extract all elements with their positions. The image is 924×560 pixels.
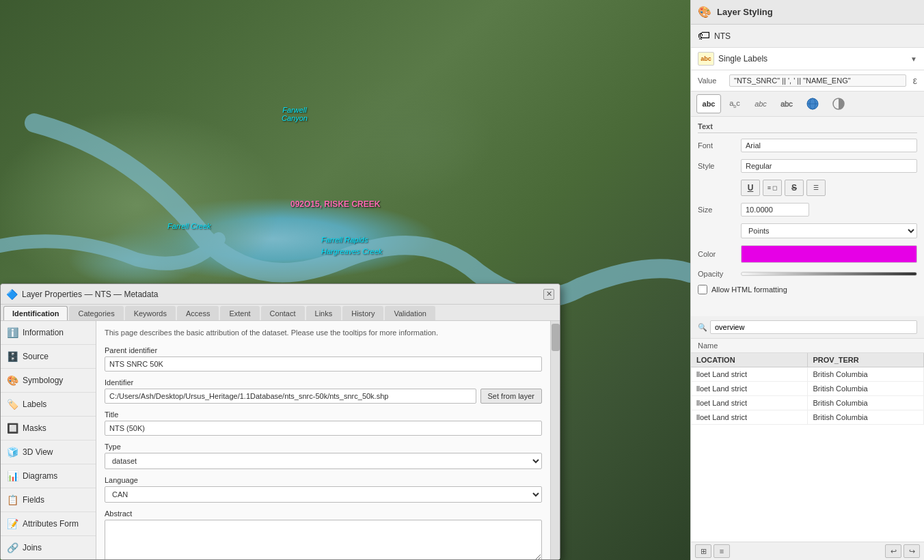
- tab-icon-abc-subscript[interactable]: abc: [722, 94, 747, 113]
- underline-btn[interactable]: U: [741, 180, 760, 196]
- sidebar-item-joins[interactable]: 🔗 Joins: [1, 536, 96, 559]
- font-row: Font: [698, 139, 917, 152]
- identifier-input[interactable]: [105, 389, 476, 404]
- abstract-textarea[interactable]: [105, 520, 542, 559]
- layer-type-indicator: 🏷: [698, 29, 710, 43]
- identification-info-text: This page describes the basic attributio…: [105, 328, 542, 338]
- strikethrough-btn[interactable]: ≡ ◻: [763, 180, 782, 196]
- sidebar-item-fields[interactable]: 📋 Fields: [1, 488, 96, 512]
- dialog-close-button[interactable]: ✕: [543, 289, 554, 300]
- layer-properties-dialog: 🔷 Layer Properties — NTS — Metadata ✕ Id…: [0, 283, 560, 560]
- attributes-table-area: LOCATION PROV_TERR lloet Land strict Bri…: [691, 353, 924, 542]
- layer-name-row: 🏷 NTS: [691, 25, 924, 48]
- styling-search-input[interactable]: [710, 320, 917, 334]
- cell-location-2: lloet Land strict: [691, 396, 808, 410]
- tab-icon-globe[interactable]: [800, 94, 825, 113]
- table-back-btn[interactable]: ↩: [885, 544, 901, 558]
- cell-prov-1: British Columbia: [808, 382, 925, 395]
- table-grid-btn[interactable]: ⊞: [695, 544, 711, 558]
- masks-label: Masks: [23, 423, 46, 433]
- sidebar-item-source[interactable]: 🗄️ Source: [1, 345, 96, 369]
- color-swatch[interactable]: [741, 245, 917, 263]
- col-location: LOCATION: [691, 353, 808, 367]
- dropdown-arrow-single-labels[interactable]: ▼: [910, 55, 917, 63]
- dialog-scrollbar[interactable]: [550, 321, 560, 559]
- sidebar-item-attributes-form[interactable]: 📝 Attributes Form: [1, 512, 96, 536]
- tab-categories[interactable]: Categories: [69, 306, 123, 320]
- table-row[interactable]: lloet Land strict British Columbia: [691, 410, 924, 425]
- dialog-body: ℹ️ Information 🗄️ Source 🎨 Symbology 🏷️ …: [1, 321, 560, 559]
- sidebar-item-information[interactable]: ℹ️ Information: [1, 321, 96, 345]
- tab-contact[interactable]: Contact: [261, 306, 305, 320]
- table-forward-btn[interactable]: ↪: [903, 544, 920, 558]
- tab-icon-abc-normal[interactable]: abc: [696, 94, 721, 113]
- indent-btn[interactable]: ☰: [806, 180, 826, 196]
- sidebar-item-labels[interactable]: 🏷️ Labels: [1, 393, 96, 417]
- 3dview-label: 3D View: [23, 447, 53, 457]
- sidebar-item-diagrams[interactable]: 📊 Diagrams: [1, 464, 96, 488]
- attributes-form-label: Attributes Form: [23, 519, 79, 529]
- language-label: Language: [105, 476, 542, 484]
- layer-name: NTS: [714, 31, 731, 41]
- tab-history[interactable]: History: [342, 306, 383, 320]
- table-row[interactable]: lloet Land strict British Columbia: [691, 367, 924, 382]
- tab-icon-abc-italic[interactable]: abc: [748, 94, 773, 113]
- title-input[interactable]: [105, 421, 542, 436]
- attributes-form-icon: 📝: [6, 518, 18, 530]
- tab-identification[interactable]: Identification: [3, 306, 68, 320]
- opacity-label: Opacity: [698, 270, 735, 278]
- sidebar-item-3dview[interactable]: 🧊 3D View: [1, 440, 96, 464]
- map-label-farwell: FarwellCanyon: [282, 106, 308, 122]
- fields-icon: 📋: [6, 494, 18, 506]
- tab-extent[interactable]: Extent: [220, 306, 259, 320]
- tab-icon-abc-outline[interactable]: abc: [774, 94, 799, 113]
- cell-location-1: lloet Land strict: [691, 382, 808, 395]
- allow-html-checkbox[interactable]: [698, 285, 707, 294]
- tab-icon-half-circle[interactable]: [826, 94, 851, 113]
- size-input[interactable]: [741, 203, 809, 216]
- size-unit-row: Points: [698, 223, 917, 238]
- table-list-btn[interactable]: ≡: [714, 544, 730, 558]
- style-row-field: Style: [698, 159, 917, 173]
- type-select[interactable]: dataset: [105, 453, 542, 469]
- cell-prov-3: British Columbia: [808, 410, 925, 424]
- parent-identifier-input[interactable]: [105, 356, 542, 372]
- size-unit-select[interactable]: Points: [741, 223, 917, 238]
- set-from-layer-button[interactable]: Set from layer: [480, 389, 542, 404]
- information-icon: ℹ️: [6, 326, 18, 339]
- styling-search-row: 🔍: [691, 316, 924, 339]
- single-labels-row[interactable]: abc Single Labels ▼: [691, 48, 924, 70]
- search-icon: 🔍: [698, 323, 707, 332]
- identifier-label: Identifier: [105, 378, 542, 387]
- tab-validation[interactable]: Validation: [385, 306, 435, 320]
- table-row[interactable]: lloet Land strict British Columbia: [691, 396, 924, 410]
- tab-links[interactable]: Links: [306, 306, 342, 320]
- font-label: Font: [698, 141, 735, 150]
- table-row[interactable]: lloet Land strict British Columbia: [691, 382, 924, 396]
- value-field-button[interactable]: ε: [913, 75, 917, 86]
- opacity-row: Opacity: [698, 270, 917, 278]
- strikethrough2-btn[interactable]: S: [785, 180, 804, 196]
- language-select[interactable]: CAN: [105, 486, 542, 503]
- tab-access[interactable]: Access: [177, 306, 219, 320]
- opacity-slider[interactable]: [741, 272, 917, 276]
- font-input[interactable]: [741, 139, 917, 152]
- tab-keywords[interactable]: Keywords: [125, 306, 176, 320]
- cell-location-3: lloet Land strict: [691, 410, 808, 424]
- parent-identifier-label: Parent identifier: [105, 346, 542, 354]
- sidebar-item-symbology[interactable]: 🎨 Symbology: [1, 369, 96, 393]
- label-type-icon: abc: [698, 52, 714, 66]
- allow-html-label: Allow HTML formatting: [711, 285, 787, 294]
- value-field-content[interactable]: "NTS_SNRC" || ', ' || "NAME_ENG": [729, 74, 906, 87]
- name-label: Name: [691, 339, 924, 353]
- sidebar-item-masks[interactable]: 🔲 Masks: [1, 417, 96, 440]
- labels-icon: 🏷️: [6, 398, 18, 410]
- value-row: Value "NTS_SNRC" || ', ' || "NAME_ENG" ε: [691, 70, 924, 92]
- cell-prov-0: British Columbia: [808, 367, 925, 381]
- joins-label: Joins: [23, 543, 42, 552]
- style-input[interactable]: [741, 159, 917, 173]
- labels-label: Labels: [23, 400, 46, 409]
- qgis-icon: 🔷: [6, 289, 18, 300]
- 3dview-icon: 🧊: [6, 446, 18, 458]
- symbology-icon: 🎨: [6, 374, 18, 387]
